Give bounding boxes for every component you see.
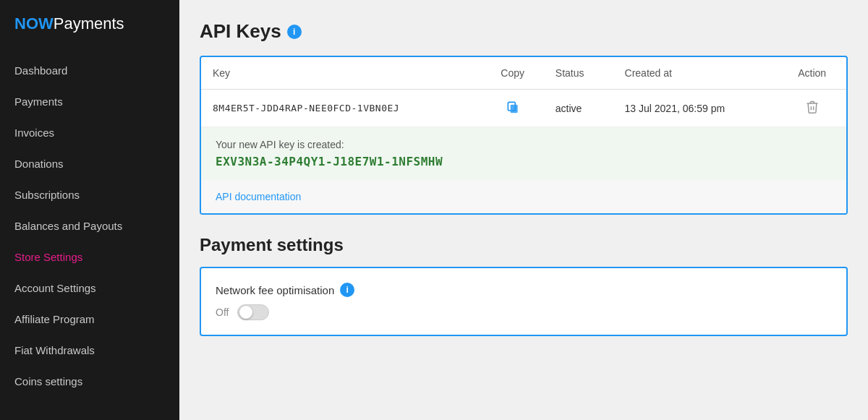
api-documentation-link[interactable]: API documentation [216,191,301,202]
sidebar-item-account-settings[interactable]: Account Settings [0,273,179,304]
payment-settings-title: Payment settings [200,235,848,255]
page-title: API Keys [200,20,281,43]
col-header-created-at: Created at [613,57,778,90]
network-fee-toggle[interactable] [237,304,269,320]
sidebar-item-subscriptions[interactable]: Subscriptions [0,179,179,210]
sidebar-item-fiat-withdrawals[interactable]: Fiat Withdrawals [0,335,179,366]
svg-rect-0 [510,105,517,113]
col-header-key: Key [201,57,481,90]
api-doc-row: API documentation [201,180,846,213]
main-content: API Keys i Key Copy Status Created at Ac… [179,0,868,420]
api-keys-card: Key Copy Status Created at Action 8M4ER5… [200,56,848,215]
network-fee-label: Network fee optimisation [216,284,334,296]
delete-icon[interactable] [805,100,820,114]
sidebar-item-store-settings[interactable]: Store Settings [0,241,179,273]
col-header-action: Action [778,57,846,90]
api-key-status: active [544,90,613,127]
network-fee-row: Network fee optimisation i [216,283,832,297]
copy-cell [481,90,543,127]
col-header-copy: Copy [481,57,543,90]
logo: NOWPayments [0,0,179,55]
api-key-created-at: 13 Jul 2021, 06:59 pm [613,90,778,127]
api-key-row: 8M4ER5T-JDD4RAP-NEE0FCD-1VBN0EJ active 1… [201,90,846,127]
sidebar-item-dashboard[interactable]: Dashboard [0,55,179,86]
sidebar-item-donations[interactable]: Donations [0,148,179,179]
new-key-label: Your new API key is created: [216,139,832,150]
sidebar-item-balances-and-payouts[interactable]: Balances and Payouts [0,210,179,241]
copy-icon[interactable] [506,100,520,114]
api-keys-info-icon[interactable]: i [287,25,302,39]
sidebar-item-payments[interactable]: Payments [0,86,179,117]
sidebar-item-invoices[interactable]: Invoices [0,117,179,148]
toggle-knob [239,306,252,319]
api-key-value: 8M4ER5T-JDD4RAP-NEE0FCD-1VBN0EJ [201,90,481,127]
new-key-banner: Your new API key is created: EXV3N3A-34P… [201,127,846,180]
api-keys-title-row: API Keys i [200,20,848,43]
network-fee-info-icon[interactable]: i [340,283,354,297]
payment-settings-card: Network fee optimisation i Off [200,267,848,336]
logo-payments: Payments [54,14,124,33]
logo-now: NOW [14,14,54,33]
col-header-status: Status [544,57,613,90]
sidebar: NOWPayments Dashboard Payments Invoices … [0,0,179,420]
api-keys-table: Key Copy Status Created at Action 8M4ER5… [201,57,846,127]
sidebar-item-coins-settings[interactable]: Coins settings [0,366,179,397]
delete-cell [778,90,846,127]
toggle-row: Off [216,304,832,320]
sidebar-item-affiliate-program[interactable]: Affiliate Program [0,304,179,335]
toggle-off-label: Off [216,307,229,318]
new-key-value: EXV3N3A-34P4QY1-J18E7W1-1NFSMHW [216,155,832,168]
